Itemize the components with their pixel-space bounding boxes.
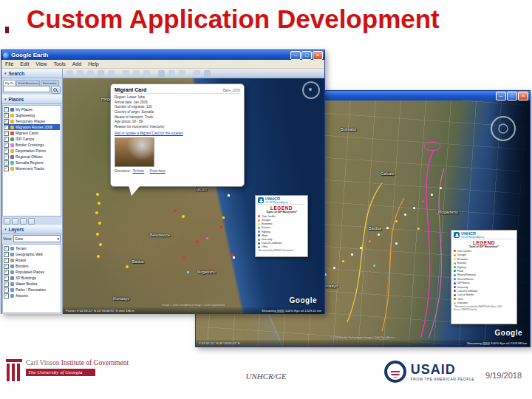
print-icon[interactable] — [28, 218, 35, 225]
yellow-pushpin-cluster[interactable] — [96, 193, 99, 196]
legend-color-icon — [258, 219, 260, 222]
checkbox-icon[interactable] — [4, 270, 9, 275]
menu-item[interactable]: Add — [72, 61, 81, 66]
collapse-arrow-icon: ▼ — [4, 228, 7, 231]
checkbox-icon[interactable] — [4, 154, 9, 160]
menu-bar: FileEditViewToolsAddHelp — [1, 60, 324, 69]
search-tabs: Fly ToFind BusinessesDirections — [3, 80, 61, 86]
tree-item[interactable]: Migrant Cards — [4, 130, 60, 136]
checkbox-icon[interactable] — [4, 264, 9, 269]
checkbox-icon[interactable] — [4, 160, 9, 166]
checkbox-icon[interactable] — [4, 246, 9, 251]
slide-date: 9/19/2018 — [485, 371, 522, 380]
tree-item[interactable]: Borders — [4, 263, 60, 269]
compass-navigation-icon[interactable] — [302, 81, 320, 99]
checkbox-icon[interactable] — [4, 276, 9, 281]
search-panel: Fly ToFind BusinessesDirections — [1, 78, 62, 95]
directions-label: Directions: — [115, 169, 131, 173]
window1-titlebar[interactable]: Google Earth – □ × — [1, 50, 324, 60]
google-earth-window-1: Google Earth – □ × FileEditViewToolsAddH… — [1, 50, 325, 314]
email-icon[interactable] — [20, 218, 27, 225]
tree-item[interactable]: Parks / Recreation — [4, 287, 60, 293]
maximize-button[interactable]: □ — [507, 92, 517, 100]
tree-item-icon — [10, 288, 14, 292]
view-dropdown[interactable]: Core ▾ — [13, 235, 61, 242]
usaid-logo: USAID FROM THE AMERICAN PEOPLE — [384, 361, 474, 383]
checkbox-icon[interactable] — [4, 287, 9, 293]
tree-item[interactable]: Terrain — [4, 245, 60, 251]
map-view[interactable]: HargeysaBurcoGarooweGalcaioBeledweyneBai… — [63, 69, 324, 314]
menu-item[interactable]: View — [35, 61, 47, 66]
tree-item[interactable]: Migration Routes 2006 — [4, 124, 60, 130]
tree-item[interactable]: Somalia Regions — [4, 160, 60, 166]
flyto-input[interactable] — [3, 86, 50, 92]
legend-color-icon — [454, 262, 456, 265]
checkbox-icon[interactable] — [4, 113, 9, 118]
menu-item[interactable]: Edit — [20, 61, 29, 66]
tree-item-icon — [10, 167, 14, 171]
tab-item[interactable]: Find Businesses — [16, 80, 40, 86]
balloon-fields: Region: Lower JubaArrival date: Jan 2006… — [115, 95, 240, 130]
tree-item[interactable]: Movement Tracks — [4, 166, 60, 171]
minimize-button[interactable]: – — [496, 92, 506, 100]
checkbox-icon[interactable] — [4, 137, 9, 142]
field-item: Region: Lower Juba — [115, 95, 240, 100]
directions-from-here-link[interactable]: From here — [150, 169, 166, 173]
layers-panel-header[interactable]: ▼ Layers — [1, 225, 62, 234]
checkbox-icon[interactable] — [4, 149, 9, 154]
menu-item[interactable]: Help — [88, 61, 98, 66]
maximize-button[interactable]: □ — [301, 51, 312, 60]
directions-to-here-link[interactable]: To here — [133, 169, 144, 173]
legend-color-icon — [454, 294, 456, 296]
checkbox-icon[interactable] — [4, 282, 9, 287]
tab-item[interactable]: Directions — [41, 80, 59, 86]
tree-item[interactable]: Water Bodies — [4, 281, 60, 287]
minimize-button[interactable]: – — [290, 51, 301, 60]
checkbox-icon[interactable] — [4, 166, 9, 171]
tree-item[interactable]: Airports — [4, 293, 60, 299]
menu-item[interactable]: File — [5, 61, 13, 66]
balloon-photo-thumbnail[interactable] — [115, 137, 154, 167]
checkbox-icon[interactable] — [4, 293, 9, 299]
tree-item[interactable]: Temporary Places — [4, 118, 60, 124]
checkbox-icon[interactable] — [4, 143, 9, 148]
tree-item[interactable]: My Places — [4, 106, 60, 112]
legend-color-icon — [454, 254, 456, 256]
add-placemark-icon[interactable] — [4, 218, 10, 225]
collapse-arrow-icon: ▼ — [4, 72, 7, 75]
tree-item[interactable]: Populated Places — [4, 269, 60, 275]
legend-color-icon — [454, 250, 456, 252]
close-button[interactable]: × — [313, 51, 323, 60]
label-item: Beledweyne — [150, 233, 170, 237]
menu-item[interactable]: Tools — [53, 61, 65, 66]
toolbar-icons[interactable] — [66, 70, 73, 77]
tree-item[interactable]: 3D Buildings — [4, 275, 60, 281]
balloon-link[interactable]: Add or update a Migrant Card for this lo… — [115, 132, 240, 135]
add-folder-icon[interactable] — [12, 218, 18, 225]
tree-item[interactable]: Regional Offices — [4, 154, 60, 160]
map-toolbar[interactable] — [63, 69, 324, 78]
tree-item[interactable]: IDP Camps — [4, 136, 60, 142]
tree-item-icon — [10, 270, 14, 274]
unhcr-logo-subtext: The UN Refugee Agency — [265, 202, 288, 204]
legend-color-icon — [258, 223, 260, 225]
tab-item[interactable]: Fly To — [3, 80, 16, 86]
checkbox-icon[interactable] — [4, 125, 9, 130]
tree-item[interactable]: Deportation Points — [4, 148, 60, 154]
places-panel-header[interactable]: ▼ Places — [1, 95, 62, 104]
tree-item[interactable]: Roads — [4, 257, 60, 263]
tree-item[interactable]: Border Crossings — [4, 142, 60, 148]
checkbox-icon[interactable] — [4, 131, 9, 136]
checkbox-icon[interactable] — [4, 258, 9, 263]
status-bar: 2°01'07.55" N 45°19'33.02" E Streaming |… — [196, 340, 530, 347]
checkbox-icon[interactable] — [4, 107, 9, 112]
search-panel-header[interactable]: ▼ Search — [1, 69, 62, 78]
checkbox-icon[interactable] — [4, 252, 9, 257]
usaid-tagline: FROM THE AMERICAN PEOPLE — [411, 378, 474, 381]
legend-items: Clan ConflictDroughtEconomicEvictionFigh… — [258, 214, 305, 249]
tree-item[interactable]: Sightseeing — [4, 112, 60, 118]
tree-item[interactable]: Geographic Web — [4, 251, 60, 257]
search-button[interactable] — [51, 86, 61, 94]
checkbox-icon[interactable] — [4, 119, 9, 124]
close-button[interactable]: × — [518, 92, 528, 100]
